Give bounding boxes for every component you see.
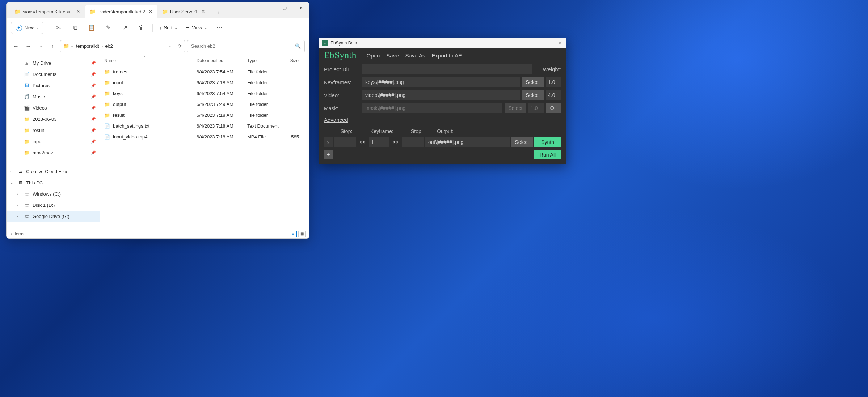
project-input[interactable] <box>362 64 532 74</box>
thumbnails-view-button[interactable]: ▦ <box>298 231 306 237</box>
saveas-link[interactable]: Save As <box>405 52 425 59</box>
close-tab-icon[interactable]: ✕ <box>147 8 154 15</box>
pin-icon[interactable]: 📌 <box>91 83 96 88</box>
sidebar-item[interactable]: 📁input📌 <box>7 136 100 147</box>
search-input[interactable] <box>191 43 293 49</box>
file-row[interactable]: 📁result6/4/2023 7:18 AMFile folder <box>100 110 309 120</box>
view-button[interactable]: ☰ View ⌄ <box>182 22 210 34</box>
new-tab-button[interactable]: + <box>213 7 224 18</box>
sidebar-nav-item[interactable]: ⌄🖥This PC <box>7 177 100 188</box>
keyframes-input[interactable] <box>362 77 520 87</box>
mask-input[interactable] <box>362 103 502 113</box>
expand-icon[interactable]: › <box>10 170 11 174</box>
select-keyframes-button[interactable]: Select <box>522 77 544 87</box>
file-row[interactable]: 📄batch_settings.txt6/4/2023 7:18 AMText … <box>100 120 309 131</box>
back-button[interactable]: ← <box>11 41 21 51</box>
sidebar-item[interactable]: 🎵Music📌 <box>7 91 100 102</box>
col-date[interactable]: Date modified <box>192 58 243 63</box>
toolbar: + New ⌄ ✂ ⧉ 📋 ✎ ↗ 🗑 ↕ Sort ⌄ ☰ View ⌄ ⋯ <box>7 18 309 37</box>
pin-icon[interactable]: 📌 <box>91 128 96 133</box>
stop2-input[interactable] <box>402 137 424 147</box>
forward-button[interactable]: → <box>23 41 33 51</box>
pin-icon[interactable]: 📌 <box>91 61 96 65</box>
pin-icon[interactable]: 📌 <box>91 150 96 155</box>
synth-button[interactable]: Synth <box>534 137 561 147</box>
select-output-button[interactable]: Select <box>511 137 533 147</box>
select-video-button[interactable]: Select <box>522 90 544 100</box>
maximize-button[interactable]: ▢ <box>277 2 293 14</box>
rename-icon[interactable]: ✎ <box>101 22 115 34</box>
sidebar-item[interactable]: 📁mov2mov📌 <box>7 147 100 158</box>
file-row[interactable]: 📁input6/4/2023 7:18 AMFile folder <box>100 77 309 88</box>
file-row[interactable]: 📁frames6/4/2023 7:54 AMFile folder <box>100 66 309 77</box>
mask-weight-input[interactable] <box>528 103 544 113</box>
search-box[interactable]: 🔍 <box>187 40 305 52</box>
keyframe-input[interactable] <box>369 137 389 147</box>
remove-row-button[interactable]: x <box>324 137 333 147</box>
up-button[interactable]: ↑ <box>48 41 58 51</box>
share-icon[interactable]: ↗ <box>118 22 132 34</box>
expand-icon[interactable]: › <box>17 192 18 196</box>
save-link[interactable]: Save <box>386 52 399 59</box>
file-row[interactable]: 📄input_video.mp46/4/2023 7:18 AMMP4 File… <box>100 131 309 142</box>
close-button[interactable]: ✕ <box>293 2 309 14</box>
pin-icon[interactable]: 📌 <box>91 117 96 121</box>
add-row-button[interactable]: + <box>324 150 333 159</box>
close-tab-icon[interactable]: ✕ <box>75 8 81 15</box>
video-input[interactable] <box>362 90 520 100</box>
details-view-button[interactable]: ≡ <box>290 231 297 237</box>
chevron-down-icon[interactable]: ⌄ <box>169 44 172 48</box>
col-type[interactable]: Type <box>243 58 283 63</box>
sidebar-nav-item[interactable]: ›☁Creative Cloud Files <box>7 166 100 177</box>
pin-icon[interactable]: 📌 <box>91 106 96 110</box>
cut-icon[interactable]: ✂ <box>51 22 66 34</box>
ebsynth-titlebar[interactable]: E EbSynth Beta ✕ <box>319 38 566 48</box>
sidebar-nav-item[interactable]: ›🖴Windows (C:) <box>7 188 100 200</box>
pin-icon[interactable]: 📌 <box>91 94 96 99</box>
runall-button[interactable]: Run All <box>534 150 561 159</box>
video-weight-input[interactable] <box>546 90 561 100</box>
recent-dropdown[interactable]: ⌄ <box>35 41 46 51</box>
expand-icon[interactable]: › <box>17 214 18 218</box>
minimize-button[interactable]: ─ <box>260 2 277 14</box>
breadcrumb-item[interactable]: eb2 <box>105 43 113 49</box>
expand-icon[interactable]: ⌄ <box>10 181 13 185</box>
tab[interactable]: 📁User Server1✕ <box>157 5 210 18</box>
sidebar-item[interactable]: 📄Documents📌 <box>7 69 100 80</box>
advanced-link[interactable]: Advanced <box>324 117 348 123</box>
sidebar-item[interactable]: ▲My Drive📌 <box>7 57 100 69</box>
refresh-icon[interactable]: ⟳ <box>178 43 182 49</box>
close-tab-icon[interactable]: ✕ <box>200 8 206 15</box>
keyframes-weight-input[interactable] <box>546 77 561 87</box>
expand-icon[interactable]: › <box>17 203 18 207</box>
sidebar-item[interactable]: 📁result📌 <box>7 125 100 136</box>
tab[interactable]: 📁_video\temporalkit\eb2✕ <box>85 5 157 18</box>
file-row[interactable]: 📁output6/4/2023 7:49 AMFile folder <box>100 99 309 110</box>
file-row[interactable]: 📁keys6/4/2023 7:54 AMFile folder <box>100 88 309 99</box>
pin-icon[interactable]: 📌 <box>91 139 96 144</box>
sidebar-item[interactable]: 🖼Pictures📌 <box>7 80 100 91</box>
new-button[interactable]: + New ⌄ <box>11 22 43 34</box>
sort-button[interactable]: ↕ Sort ⌄ <box>156 22 180 34</box>
select-mask-button[interactable]: Select <box>505 103 526 113</box>
sidebar-nav-item[interactable]: ›🖴Google Drive (G:) <box>7 211 100 222</box>
output-input[interactable] <box>425 137 510 147</box>
col-size[interactable]: Size <box>283 58 303 63</box>
open-link[interactable]: Open <box>367 52 380 59</box>
sidebar-item[interactable]: 🎬Videos📌 <box>7 102 100 114</box>
tab[interactable]: 📁sions\TemporalKit\result✕ <box>10 5 85 18</box>
col-name[interactable]: Name <box>100 58 192 63</box>
pin-icon[interactable]: 📌 <box>91 72 96 77</box>
close-icon[interactable]: ✕ <box>557 39 564 47</box>
stop1-input[interactable] <box>334 137 356 147</box>
copy-icon[interactable]: ⧉ <box>68 22 82 34</box>
sidebar-nav-item[interactable]: ›🖴Disk 1 (D:) <box>7 200 100 211</box>
more-icon[interactable]: ⋯ <box>212 22 227 34</box>
mask-off-button[interactable]: Off <box>546 103 561 113</box>
delete-icon[interactable]: 🗑 <box>134 22 149 34</box>
sidebar-item[interactable]: 📁2023-06-03📌 <box>7 114 100 125</box>
paste-icon[interactable]: 📋 <box>84 22 99 34</box>
export-link[interactable]: Export to AE <box>432 52 462 59</box>
breadcrumb-item[interactable]: temporalkit <box>76 43 99 49</box>
address-bar[interactable]: 📁 « temporalkit › eb2 ⌄ ⟳ <box>60 40 185 52</box>
